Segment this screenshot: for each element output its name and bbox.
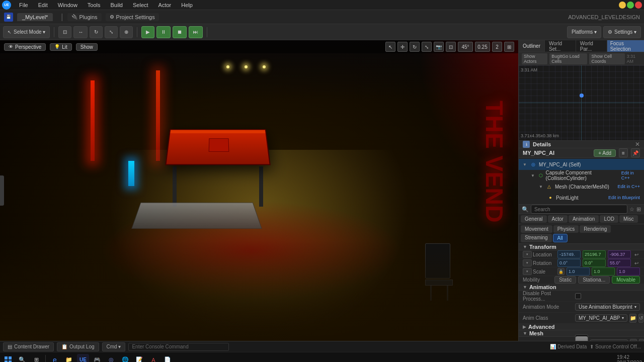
content-drawer-btn[interactable]: ▤ Content Drawer — [3, 342, 54, 351]
show-cell-coords-btn[interactable]: Show Cell Coords — [589, 53, 624, 64]
disable-post-checkbox[interactable] — [575, 293, 581, 299]
grid-icon[interactable]: ⊞ — [504, 42, 514, 52]
stationary-btn[interactable]: Stationa... — [578, 276, 610, 284]
lod-tab[interactable]: LOD — [600, 215, 618, 223]
anim-class-clear-btn[interactable]: ↺ — [638, 314, 643, 323]
stop-btn[interactable]: ⏹ — [173, 26, 187, 38]
pointlight-component[interactable]: ● PointLight Edit in Blueprint — [543, 192, 644, 203]
world-settings-tab[interactable]: World Set... — [545, 40, 576, 52]
rotation-y[interactable]: 0.0° — [583, 259, 606, 267]
console-input[interactable]: Enter Console Command — [128, 343, 229, 351]
mesh-component[interactable]: ▼ △ Mesh (CharacterMesh0) Edit in C++ — [535, 181, 644, 192]
menu-tools[interactable]: Tools — [84, 0, 105, 10]
rendering-tab[interactable]: Rendering — [580, 225, 611, 233]
mesh-name-btn[interactable]: SKM_Manny ▾ — [590, 339, 628, 341]
transform-section-header[interactable]: ▼ Transform — [519, 244, 644, 250]
level-tab[interactable]: _MyLevel* — [17, 13, 53, 21]
windows-start-btn[interactable] — [2, 354, 14, 363]
rotate-btn[interactable]: ↻ — [90, 26, 103, 38]
mesh-browse-btn[interactable]: 📁 — [630, 339, 637, 341]
streaming-tab[interactable]: Streaming — [521, 234, 552, 242]
lit-btn[interactable]: 💡 Lit — [50, 43, 72, 51]
details-pin-btn[interactable]: 📌 — [631, 148, 640, 157]
pointlight-edit-link[interactable]: Edit in Blueprint — [608, 195, 640, 200]
grid-view-icon[interactable]: ⊞ — [636, 206, 641, 213]
general-tab[interactable]: General — [521, 215, 547, 223]
maximize-button[interactable] — [627, 2, 634, 9]
scale-btn[interactable]: ⤡ — [105, 26, 118, 38]
show-actors-btn[interactable]: Show Actors — [522, 53, 547, 64]
ue-logo-icon[interactable]: UE — [2, 1, 11, 10]
browser-btn[interactable]: 🌐 — [119, 354, 131, 363]
mesh-clear-btn[interactable]: ✕ — [639, 339, 644, 341]
focus-selection-btn[interactable]: Focus Selection — [607, 40, 644, 52]
anim-class-browse-btn[interactable]: 📁 — [629, 314, 636, 323]
animation-tab[interactable]: Animation — [569, 215, 599, 223]
details-close-btn[interactable]: ✕ — [635, 141, 640, 148]
outliner-tab[interactable]: Outliner — [519, 40, 545, 52]
advanced-section-header[interactable]: ▶ Advanced — [519, 324, 644, 330]
maximize-vp-icon[interactable]: ⊡ — [446, 42, 456, 52]
settings-btn[interactable]: ⚙ Settings ▾ — [603, 26, 641, 38]
scale-x[interactable]: 1.0 — [567, 267, 590, 276]
favorites-icon[interactable]: ☆ — [629, 206, 634, 213]
static-btn[interactable]: Static — [554, 276, 576, 284]
menu-help[interactable]: Help — [177, 0, 197, 10]
bugitgo-btn[interactable]: BugItGo Load Cells — [549, 53, 587, 64]
close-button[interactable] — [635, 2, 642, 9]
self-component[interactable]: ▼ ◎ MY_NPC_AI (Self) — [519, 159, 644, 170]
search-taskbar-btn[interactable]: 🔍 — [16, 354, 28, 363]
movable-btn[interactable]: Movable — [612, 276, 640, 284]
app-btn-2[interactable]: A — [147, 354, 159, 363]
animation-section-header[interactable]: ▼ Animation — [519, 284, 644, 291]
search-input[interactable] — [531, 205, 627, 214]
app-btn-3[interactable]: 📄 — [162, 354, 174, 363]
platforms-btn[interactable]: Platforms ▾ — [567, 26, 601, 38]
project-settings-btn[interactable]: ⚙ Project Settings — [106, 13, 159, 21]
plugins-btn[interactable]: 🔌 Plugins — [67, 13, 102, 21]
ue-taskbar-btn[interactable]: UE — [77, 354, 89, 363]
source-control-btn[interactable]: ⬆ Source Control Off... — [590, 344, 641, 349]
transform-btn[interactable]: ⊕ — [120, 26, 133, 38]
move-icon[interactable]: ✛ — [397, 42, 408, 52]
task-view-btn[interactable]: ⊞ — [30, 354, 42, 363]
scale-lock-btn[interactable]: 🔒 — [557, 268, 565, 275]
capsule-component[interactable]: ▼ ⬡ Capsule Component (CollisionCylinder… — [527, 170, 644, 181]
location-x[interactable]: -15749. — [557, 250, 581, 258]
misc-tab[interactable]: Misc — [619, 215, 638, 223]
edge-btn[interactable]: e — [49, 354, 61, 363]
select-mode-btn[interactable]: ↖ Select Mode ▾ — [3, 26, 50, 38]
app-btn-1[interactable]: 📝 — [133, 354, 145, 363]
discord-btn[interactable]: ◎ — [105, 354, 117, 363]
snap-btn[interactable]: ⊡ — [58, 26, 71, 38]
rotation-x[interactable]: 0.0° — [557, 259, 581, 267]
scale-y[interactable]: 1.0 — [592, 267, 615, 276]
capsule-edit-link[interactable]: Edit in C++ — [621, 170, 640, 180]
cmd-btn[interactable]: Cmd ▾ — [102, 342, 126, 351]
camera-icon[interactable]: 📷 — [434, 42, 444, 52]
physics-tab[interactable]: Physics — [553, 225, 579, 233]
translate-btn[interactable]: ↔ — [73, 26, 88, 38]
minimize-button[interactable] — [619, 2, 626, 9]
menu-edit[interactable]: Edit — [34, 0, 52, 10]
explorer-btn[interactable]: 📁 — [63, 354, 75, 363]
all-tab[interactable]: All — [553, 234, 568, 242]
perspective-btn[interactable]: 👁 Perspective — [4, 43, 46, 51]
location-dropdown[interactable]: ▾ — [523, 251, 532, 258]
menu-actor[interactable]: Actor — [154, 0, 176, 10]
skip-btn[interactable]: ⏭ — [189, 26, 203, 38]
left-panel-toggle[interactable] — [0, 175, 4, 206]
menu-window[interactable]: Window — [54, 0, 82, 10]
rotation-z[interactable]: 55.0° — [608, 259, 631, 267]
output-log-btn[interactable]: 📋 Output Log — [57, 342, 99, 351]
menu-build[interactable]: Build — [107, 0, 127, 10]
scale-dropdown[interactable]: ▾ — [523, 268, 532, 275]
play-btn[interactable]: ▶ — [141, 26, 154, 38]
pause-btn[interactable]: ⏸ — [156, 26, 171, 38]
scale-icon-vp[interactable]: ⤡ — [422, 42, 432, 52]
rotation-dropdown[interactable]: ▾ — [523, 259, 532, 266]
location-y[interactable]: 25196.7 — [583, 250, 606, 258]
add-component-btn[interactable]: + Add — [594, 149, 616, 157]
menu-file[interactable]: File — [15, 0, 32, 10]
rotate-icon-vp[interactable]: ↻ — [410, 42, 420, 52]
